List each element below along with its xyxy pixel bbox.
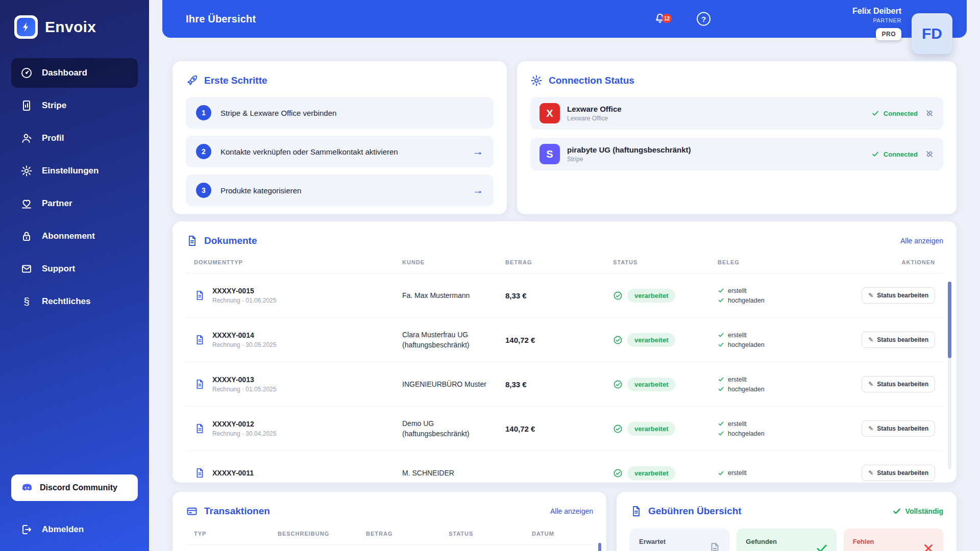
x-icon	[922, 542, 935, 551]
col-betrag: BETRAG	[505, 259, 613, 265]
sidebar-item-rechtliches[interactable]: § Rechtliches	[11, 287, 138, 316]
pencil-icon: ✎	[868, 381, 873, 388]
sidebar-item-dashboard[interactable]: Dashboard	[11, 58, 138, 88]
app-logo: Envoix	[11, 13, 138, 41]
sidebar-item-abonnement[interactable]: Abonnement	[11, 221, 138, 251]
status-cell: verarbeitet	[613, 466, 718, 480]
document-meta: Rechnung · 30.04.2025	[212, 430, 276, 437]
onboarding-step-3[interactable]: 3 Produkte kategorisieren →	[186, 174, 494, 206]
stat-erwartet: Erwartet 4	[630, 529, 729, 551]
check-icon	[718, 430, 724, 437]
document-row: XXXXY-0014 Rechnung · 30.05.2025 Clara M…	[186, 318, 943, 362]
check-icon	[718, 386, 724, 392]
pencil-icon: ✎	[868, 336, 873, 343]
status-cell: verarbeitet	[613, 333, 718, 347]
status-edit-button[interactable]: ✎Status bearbeiten	[862, 287, 935, 304]
transactions-scrollbar[interactable]	[598, 543, 601, 551]
transactions-view-all-link[interactable]: Alle anzeigen	[550, 507, 593, 515]
check-icon	[718, 420, 724, 427]
fees-stats: Erwartet 4 Gefunden 4	[630, 529, 943, 551]
fees-card: Gebühren Übersicht Vollständig Erwartet …	[617, 492, 957, 551]
stat-gefunden: Gefunden 4	[737, 529, 836, 551]
check-circle-icon	[613, 291, 623, 300]
link-off-icon	[925, 109, 934, 118]
customer-name: Demo UG (haftungsbeschränkt)	[402, 418, 505, 439]
fees-complete-badge: Vollständig	[892, 507, 943, 516]
discord-community-button[interactable]: Discord Community	[11, 474, 138, 501]
documents-view-all-link[interactable]: Alle anzeigen	[900, 237, 943, 245]
step-label: Stripe & Lexware Office verbinden	[220, 109, 336, 117]
sidebar-bottom: Discord Community Abmelden	[11, 474, 138, 536]
lock-icon	[20, 230, 33, 242]
document-meta: Rechnung · 30.05.2025	[212, 341, 276, 348]
logout-label: Abmelden	[42, 524, 84, 535]
col-status: STATUS	[613, 259, 718, 265]
document-icon	[708, 542, 721, 551]
connection-status-title: Connection Status	[549, 75, 634, 86]
document-icon	[194, 290, 205, 301]
status-edit-button[interactable]: ✎Status bearbeiten	[862, 332, 935, 348]
documents-title: Dokumente	[204, 235, 257, 246]
pencil-icon: ✎	[868, 425, 873, 432]
topbar: Ihre Übersicht 12 ? Felix Deibert PARTNE…	[162, 0, 967, 38]
sidebar-item-label: Einstellungen	[42, 166, 99, 176]
discord-label: Discord Community	[40, 483, 117, 492]
user-name: Felix Deibert	[852, 7, 901, 16]
sidebar-item-label: Stripe	[42, 101, 66, 111]
sidebar-item-einstellungen[interactable]: Einstellungen	[11, 156, 138, 186]
sidebar-item-profil[interactable]: Profil	[11, 123, 138, 153]
status-badge: verarbeitet	[627, 289, 675, 303]
page-title: Ihre Übersicht	[186, 13, 256, 25]
customer-name: INGENIEURBÜRO Muster	[402, 379, 505, 389]
document-icon	[194, 334, 205, 345]
help-button[interactable]: ?	[697, 12, 710, 26]
sidebar-item-stripe[interactable]: Stripe	[11, 91, 138, 120]
col-beleg: BELEG	[718, 259, 845, 265]
discord-icon	[20, 481, 34, 494]
documents-scrollbar[interactable]	[948, 282, 951, 469]
sidebar: Envoix Dashboard Stripe Profil Einstellu…	[0, 0, 149, 551]
status-cell: verarbeitet	[613, 422, 718, 436]
disconnect-button[interactable]	[925, 149, 934, 159]
check-icon	[871, 109, 879, 117]
pencil-icon: ✎	[868, 469, 873, 477]
disconnect-button[interactable]	[925, 109, 934, 118]
status-edit-button[interactable]: ✎Status bearbeiten	[862, 376, 935, 392]
sidebar-item-label: Profil	[42, 133, 64, 143]
check-icon	[718, 376, 724, 383]
onboarding-step-2[interactable]: 2 Kontakte verknüpfen oder Sammelkontakt…	[186, 136, 494, 167]
step-label: Produkte kategorisieren	[220, 186, 301, 195]
stat-fehlen: Fehlen 0	[844, 529, 943, 551]
document-row: XXXXY-0013 Rechnung · 01.05.2025 INGENIE…	[186, 362, 943, 407]
rocket-icon	[186, 74, 198, 87]
sidebar-item-support[interactable]: Support	[11, 254, 138, 284]
onboarding-step-1[interactable]: 1 Stripe & Lexware Office verbinden	[186, 97, 494, 129]
step-number: 2	[196, 144, 211, 159]
sidebar-item-label: Support	[42, 264, 75, 274]
avatar[interactable]: FD	[912, 13, 952, 54]
status-edit-button[interactable]: ✎Status bearbeiten	[862, 465, 935, 481]
receipt-cell: erstellt hochgeladen	[718, 287, 845, 304]
app-root: Envoix Dashboard Stripe Profil Einstellu…	[0, 0, 980, 551]
link-off-icon	[925, 149, 934, 159]
receipt-cell: erstellt hochgeladen	[718, 376, 845, 393]
document-meta: Rechnung · 01.06.2025	[212, 297, 276, 304]
check-icon	[718, 297, 724, 304]
connection-status-badge: Connected	[871, 150, 918, 158]
logout-button[interactable]: Abmelden	[11, 523, 138, 536]
heart-hands-icon	[20, 197, 33, 210]
document-meta: Rechnung · 01.05.2025	[212, 386, 276, 393]
user-block: Felix Deibert PARTNER PRO	[852, 7, 901, 40]
document-id: XXXXY-0015	[212, 287, 276, 295]
status-badge: verarbeitet	[627, 378, 675, 391]
notifications-button[interactable]: 12	[653, 11, 667, 27]
sidebar-item-partner[interactable]: Partner	[11, 189, 138, 218]
col-betrag: BETRAG	[366, 531, 449, 537]
sidebar-item-label: Dashboard	[42, 68, 87, 78]
status-cell: verarbeitet	[613, 289, 718, 303]
status-edit-button[interactable]: ✎Status bearbeiten	[862, 420, 935, 437]
check-icon	[718, 287, 724, 294]
step-number: 3	[196, 183, 211, 198]
check-circle-icon	[613, 424, 623, 434]
credit-card-icon	[186, 505, 198, 517]
